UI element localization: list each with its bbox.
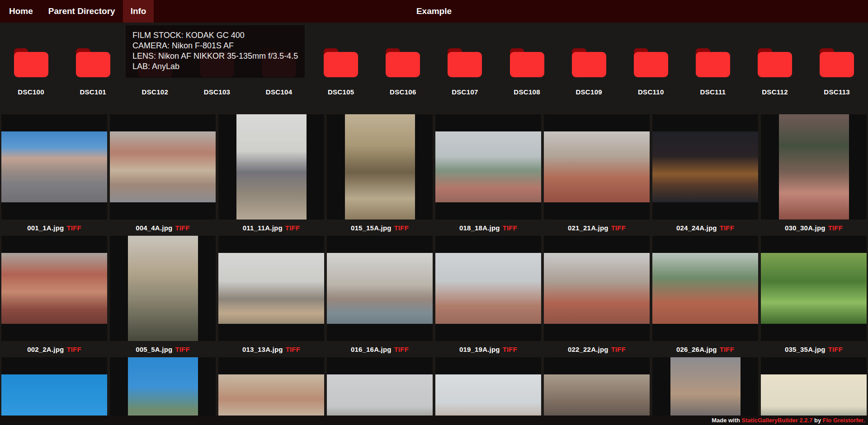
photo-thumbnail[interactable] xyxy=(110,357,216,425)
footer-made-with-text: Made with xyxy=(712,417,741,424)
photo-card: 016_16A.jpgTIFF xyxy=(327,236,433,357)
folder-item-dsc112[interactable]: DSC112 xyxy=(744,48,806,96)
photo-tiff-link[interactable]: TIFF xyxy=(286,346,300,353)
folder-icon xyxy=(324,48,358,77)
photo-thumbnail[interactable] xyxy=(110,236,216,341)
photo-thumbnail[interactable] xyxy=(1,236,107,341)
photo-thumbnail[interactable] xyxy=(218,236,324,341)
photo-label: 026_26A.jpgTIFF xyxy=(652,341,758,357)
photo-image xyxy=(1,131,107,202)
photo-card: 015_15A.jpgTIFF xyxy=(327,114,433,236)
folder-item-dsc110[interactable]: DSC110 xyxy=(620,48,682,96)
photo-card: 002_2A.jpgTIFF xyxy=(1,236,107,357)
nav-item-home[interactable]: Home xyxy=(1,0,41,23)
photo-filename: 024_24A.jpg xyxy=(676,224,717,232)
photo-image xyxy=(670,357,741,425)
photo-thumbnail[interactable] xyxy=(327,357,433,425)
folder-item-dsc109[interactable]: DSC109 xyxy=(558,48,620,96)
folder-body-shape xyxy=(696,52,730,77)
folder-body-shape xyxy=(324,52,358,77)
photo-thumbnail[interactable] xyxy=(435,236,541,341)
gallery-row-1: 001_1A.jpgTIFF004_4A.jpgTIFF011_11A.jpgT… xyxy=(1,114,867,236)
photo-tiff-link[interactable]: TIFF xyxy=(285,224,300,232)
folder-item-dsc113[interactable]: DSC113 xyxy=(806,48,868,96)
photo-filename: 026_26A.jpg xyxy=(676,346,717,353)
folder-body-shape xyxy=(14,52,48,77)
photo-filename: 022_22A.jpg xyxy=(568,346,609,353)
photo-image xyxy=(327,253,433,324)
folder-icon xyxy=(820,48,854,77)
photo-thumbnail[interactable] xyxy=(544,236,650,341)
photo-card: 030_30A.jpgTIFF xyxy=(761,114,867,236)
photo-card: 022_22A.jpgTIFF xyxy=(544,236,650,357)
folder-body-shape xyxy=(76,52,110,77)
photo-thumbnail[interactable] xyxy=(761,114,867,220)
footer-author-link[interactable]: Flo Greistorfer. xyxy=(823,417,865,424)
photo-thumbnail[interactable] xyxy=(761,236,867,341)
photo-tiff-link[interactable]: TIFF xyxy=(66,224,81,232)
nav-item-parent-directory[interactable]: Parent Directory xyxy=(41,0,123,23)
photo-thumbnail[interactable] xyxy=(435,114,541,220)
photo-card xyxy=(652,357,758,425)
top-navbar: HomeParent DirectoryInfo Example xyxy=(0,0,868,23)
photo-tiff-link[interactable]: TIFF xyxy=(503,224,517,232)
photo-card: 011_11A.jpgTIFF xyxy=(218,114,324,236)
photo-thumbnail[interactable] xyxy=(1,114,107,220)
footer-builder-link[interactable]: StaticGalleryBuilder 2.2.7 xyxy=(742,417,813,424)
photo-filename: 018_18A.jpg xyxy=(459,224,500,232)
folder-icon xyxy=(634,48,668,77)
photo-tiff-link[interactable]: TIFF xyxy=(611,224,626,232)
photo-label: 035_35A.jpgTIFF xyxy=(761,341,867,357)
photo-tiff-link[interactable]: TIFF xyxy=(66,346,81,353)
folder-label: DSC106 xyxy=(390,88,416,96)
folder-item-dsc100[interactable]: DSC100 xyxy=(0,48,62,96)
folder-label: DSC108 xyxy=(514,88,540,96)
photo-tiff-link[interactable]: TIFF xyxy=(611,346,626,353)
photo-tiff-link[interactable]: TIFF xyxy=(394,346,409,353)
photo-thumbnail[interactable] xyxy=(110,114,216,220)
photo-card: 001_1A.jpgTIFF xyxy=(1,114,107,236)
photo-thumbnail[interactable] xyxy=(327,114,433,220)
folder-label: DSC112 xyxy=(762,88,788,96)
photo-thumbnail[interactable] xyxy=(327,236,433,341)
folder-label: DSC113 xyxy=(824,88,850,96)
photo-tiff-link[interactable]: TIFF xyxy=(720,224,734,232)
folder-label: DSC103 xyxy=(204,88,231,96)
folder-item-dsc106[interactable]: DSC106 xyxy=(372,48,434,96)
photo-thumbnail[interactable] xyxy=(652,357,758,425)
photo-filename: 001_1A.jpg xyxy=(27,224,64,232)
photo-thumbnail[interactable] xyxy=(544,114,650,220)
photo-tiff-link[interactable]: TIFF xyxy=(828,346,843,353)
folder-label: DSC102 xyxy=(142,88,169,96)
folder-icon xyxy=(14,48,48,77)
photo-tiff-link[interactable]: TIFF xyxy=(394,224,409,232)
photo-tiff-link[interactable]: TIFF xyxy=(828,224,843,232)
photo-thumbnail[interactable] xyxy=(435,357,541,425)
folder-item-dsc101[interactable]: DSC101 xyxy=(62,48,124,96)
photo-filename: 035_35A.jpg xyxy=(785,346,826,353)
nav-item-info[interactable]: Info xyxy=(123,0,154,23)
gallery-row-2: 002_2A.jpgTIFF005_5A.jpgTIFF013_13A.jpgT… xyxy=(1,236,867,357)
photo-thumbnail[interactable] xyxy=(652,114,758,220)
photo-tiff-link[interactable]: TIFF xyxy=(720,346,734,353)
photo-thumbnail[interactable] xyxy=(652,236,758,341)
folder-item-dsc107[interactable]: DSC107 xyxy=(434,48,496,96)
photo-card xyxy=(544,357,650,425)
photo-thumbnail[interactable] xyxy=(1,357,107,425)
photo-label: 021_21A.jpgTIFF xyxy=(544,220,650,236)
photo-thumbnail[interactable] xyxy=(544,357,650,425)
photo-image xyxy=(1,253,107,324)
folder-icon xyxy=(696,48,730,77)
photo-tiff-link[interactable]: TIFF xyxy=(175,346,189,353)
photo-image xyxy=(435,131,541,202)
folder-item-dsc105[interactable]: DSC105 xyxy=(310,48,372,96)
photo-tiff-link[interactable]: TIFF xyxy=(175,224,189,232)
nav-items: HomeParent DirectoryInfo xyxy=(1,0,154,23)
photo-thumbnail[interactable] xyxy=(218,114,324,220)
photo-thumbnail[interactable] xyxy=(761,357,867,425)
folder-icon xyxy=(510,48,544,77)
photo-thumbnail[interactable] xyxy=(218,357,324,425)
folder-item-dsc108[interactable]: DSC108 xyxy=(496,48,558,96)
folder-item-dsc111[interactable]: DSC111 xyxy=(682,48,744,96)
photo-tiff-link[interactable]: TIFF xyxy=(503,346,517,353)
